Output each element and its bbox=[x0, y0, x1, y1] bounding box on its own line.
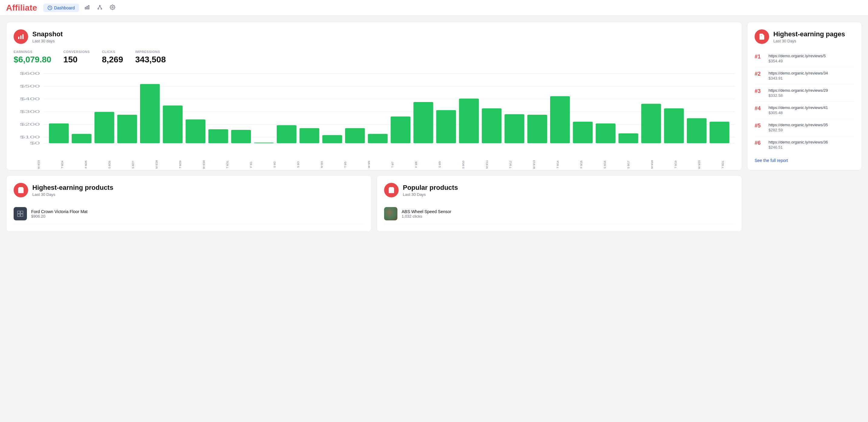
products-header: Highest-earning products Last 30 Days bbox=[13, 183, 364, 197]
svg-text:$0: $0 bbox=[30, 141, 40, 145]
page-earnings: $282.59 bbox=[769, 128, 828, 132]
chart-x-labels: W 8/23T 8/24F 8/25S 8/26S 8/27M 8/28T 8/… bbox=[13, 156, 735, 173]
clicks-label: CLICKS bbox=[102, 50, 123, 54]
product-info: Ford Crown Victoria Floor Mat $906.20 bbox=[31, 209, 87, 219]
chart-svg: $600 $500 $400 $300 $200 $100 $0 bbox=[13, 71, 735, 155]
svg-rect-49 bbox=[550, 96, 570, 143]
page-url[interactable]: https://demo.organic.ly/reviews/41 bbox=[769, 105, 828, 110]
chart-x-label: W 9/13 bbox=[522, 156, 546, 173]
header: Affiliate Dashboard bbox=[0, 0, 868, 16]
svg-rect-39 bbox=[322, 135, 342, 143]
page-earnings: $343.91 bbox=[769, 76, 828, 81]
page-url[interactable]: https://demo.organic.ly/reviews/29 bbox=[769, 88, 828, 93]
products-icon bbox=[13, 183, 28, 197]
page-earnings: $354.49 bbox=[769, 59, 826, 63]
popular-icon bbox=[384, 183, 399, 197]
popular-subtitle: Last 30 Days bbox=[403, 192, 458, 197]
products-title: Highest-earning products bbox=[32, 184, 114, 192]
chart-x-label: T 9/19 bbox=[664, 156, 687, 173]
svg-rect-2 bbox=[87, 6, 88, 9]
dashboard-nav-button[interactable]: Dashboard bbox=[43, 4, 79, 12]
pages-header: Highest-earning pages Last 30 Days bbox=[754, 29, 855, 44]
page-url[interactable]: https://demo.organic.ly/reviews/5 bbox=[769, 54, 826, 58]
page-item: #1 https://demo.organic.ly/reviews/5 $35… bbox=[754, 50, 855, 67]
page-item: #2 https://demo.organic.ly/reviews/34 $3… bbox=[754, 67, 855, 84]
pages-card: Highest-earning pages Last 30 Days #1 ht… bbox=[747, 22, 862, 170]
popular-title-group: Popular products Last 30 Days bbox=[403, 184, 458, 197]
pages-icon bbox=[754, 29, 769, 44]
chart-x-label: M 8/28 bbox=[145, 156, 168, 173]
chart-x-label: F 8/25 bbox=[74, 156, 98, 173]
svg-rect-62 bbox=[21, 211, 23, 214]
chart-x-label: S 9/16 bbox=[593, 156, 617, 173]
settings-nav-icon[interactable] bbox=[108, 3, 117, 13]
popular-product-item: ABS Wheel Speed Sensor 1,032 clicks bbox=[384, 203, 735, 224]
svg-rect-30 bbox=[117, 115, 137, 143]
svg-rect-46 bbox=[482, 108, 501, 143]
page-item: #3 https://demo.organic.ly/reviews/29 $3… bbox=[754, 84, 855, 102]
stat-conversions: CONVERSIONS 150 bbox=[63, 50, 90, 64]
highest-earning-products-card: Highest-earning products Last 30 Days Fo… bbox=[6, 175, 372, 232]
page-rank: #4 bbox=[754, 105, 764, 112]
svg-rect-61 bbox=[18, 211, 20, 214]
network-nav-icon[interactable] bbox=[95, 3, 104, 13]
svg-rect-64 bbox=[21, 214, 23, 217]
svg-rect-34 bbox=[208, 129, 228, 143]
products-subtitle: Last 30 Days bbox=[32, 192, 114, 197]
svg-rect-12 bbox=[22, 34, 24, 39]
svg-point-6 bbox=[101, 8, 102, 9]
chart-x-label: M 9/11 bbox=[475, 156, 499, 173]
popular-header: Popular products Last 30 Days bbox=[384, 183, 735, 197]
chart-x-label: T 9/21 bbox=[711, 156, 735, 173]
chart-x-label: F 9/15 bbox=[569, 156, 593, 173]
chart-x-label: S 8/26 bbox=[98, 156, 121, 173]
chart-x-label: S 9/10 bbox=[452, 156, 475, 173]
popular-product-info: ABS Wheel Speed Sensor 1,032 clicks bbox=[402, 209, 451, 219]
svg-rect-32 bbox=[163, 105, 182, 143]
svg-line-8 bbox=[100, 6, 101, 8]
stat-earnings: EARNINGS $6,079.80 bbox=[13, 50, 52, 64]
svg-point-5 bbox=[98, 8, 99, 9]
svg-rect-55 bbox=[687, 118, 707, 143]
page-details: https://demo.organic.ly/reviews/34 $343.… bbox=[769, 71, 828, 81]
chart-x-label: S 8/27 bbox=[121, 156, 145, 173]
main-content: Snapshot Last 30 days EARNINGS $6,079.80… bbox=[0, 16, 868, 238]
svg-text:$200: $200 bbox=[20, 122, 40, 126]
page-details: https://demo.organic.ly/reviews/36 $246.… bbox=[769, 140, 828, 149]
svg-point-59 bbox=[761, 35, 762, 36]
popular-products-card: Popular products Last 30 Days ABS Wheel … bbox=[376, 175, 742, 232]
chart-x-label: W 8/23 bbox=[27, 156, 51, 173]
chart-x-label: S 9/3 bbox=[286, 156, 310, 173]
chart-x-label: W 8/30 bbox=[192, 156, 216, 173]
snapshot-title: Snapshot bbox=[32, 30, 63, 38]
page-item: #5 https://demo.organic.ly/reviews/35 $2… bbox=[754, 119, 855, 136]
svg-rect-28 bbox=[72, 134, 91, 143]
popular-title: Popular products bbox=[403, 184, 458, 192]
svg-text:$400: $400 bbox=[20, 97, 40, 101]
page-url[interactable]: https://demo.organic.ly/reviews/34 bbox=[769, 71, 828, 75]
conversions-value: 150 bbox=[63, 55, 90, 64]
stats-nav-icon[interactable] bbox=[83, 3, 92, 13]
svg-text:$100: $100 bbox=[20, 135, 40, 139]
svg-rect-27 bbox=[49, 123, 69, 143]
product-value: $906.20 bbox=[31, 214, 87, 219]
svg-rect-43 bbox=[413, 102, 433, 143]
product-item: Ford Crown Victoria Floor Mat $906.20 bbox=[13, 203, 364, 224]
chart-x-label: F 9/1 bbox=[239, 156, 263, 173]
svg-rect-53 bbox=[641, 104, 661, 143]
chart-x-label: T 9/14 bbox=[546, 156, 569, 173]
svg-point-4 bbox=[99, 5, 100, 6]
svg-rect-45 bbox=[459, 99, 479, 143]
svg-rect-33 bbox=[186, 119, 205, 143]
chart-x-label: W 9/20 bbox=[687, 156, 711, 173]
page-url[interactable]: https://demo.organic.ly/reviews/35 bbox=[769, 122, 828, 127]
snapshot-header: Snapshot Last 30 days bbox=[13, 29, 735, 44]
page-details: https://demo.organic.ly/reviews/41 $305.… bbox=[769, 105, 828, 115]
svg-rect-48 bbox=[527, 115, 547, 143]
page-earnings: $246.51 bbox=[769, 145, 828, 149]
page-url[interactable]: https://demo.organic.ly/reviews/36 bbox=[769, 140, 828, 144]
earnings-label: EARNINGS bbox=[13, 50, 52, 54]
snapshot-icon bbox=[13, 29, 28, 44]
see-full-report-link[interactable]: See the full report bbox=[754, 158, 855, 163]
page-item: #4 https://demo.organic.ly/reviews/41 $3… bbox=[754, 102, 855, 119]
